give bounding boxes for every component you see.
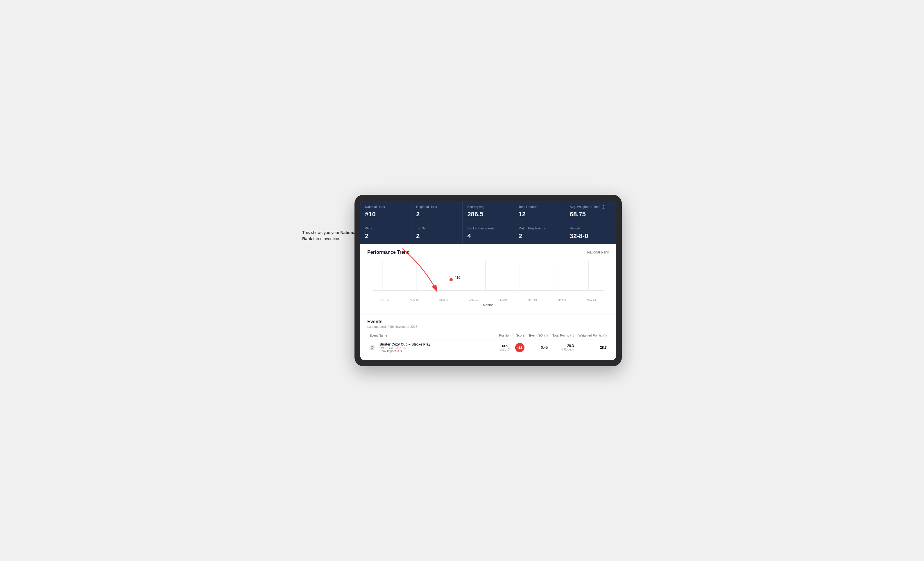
event-total-points-cell: 28.3 3 Rounds [550, 339, 576, 356]
event-name-block: Buster Cozy Cup – Stroke Play Oct 9 - Oc… [380, 343, 430, 353]
stat-national-rank: National Rank #10 [360, 200, 411, 222]
event-sg-info-icon: i [544, 334, 548, 337]
chart-svg: #10 [367, 260, 609, 297]
stat-total-rounds: Total Rounds 12 [514, 200, 565, 222]
stat-regional-rank: Regional Rank 2 [411, 200, 462, 222]
chart-x-labels: OCT 23 NOV 23 DEC 23 JAN 24 FEB 24 MAR 2… [367, 299, 609, 301]
chart-dot [450, 278, 453, 281]
stat-national-rank-label: National Rank [365, 205, 406, 209]
events-table-body: 🏌️ Buster Cozy Cup – Stroke Play Oct 9 -… [367, 339, 609, 356]
performance-header: Performance Trend National Rank [367, 250, 609, 255]
events-section: Events Last updated: 24th November 2023 … [360, 314, 616, 361]
stat-total-rounds-value: 12 [519, 211, 560, 218]
chart-dot-label: #10 [454, 275, 460, 280]
event-total-points: 28.3 [552, 344, 574, 348]
stat-scoring-avg: Scoring Avg. 286.5 [463, 200, 513, 222]
x-label-may24: MAY 24 [577, 299, 606, 301]
events-table-header: Event Name Position Score Event SG i Tot… [367, 332, 609, 340]
stat-match-play-events: Match Play Events 2 [514, 222, 565, 244]
x-label-apr24: APR 24 [547, 299, 577, 301]
stat-avg-weighted-value: 68.75 [570, 211, 611, 218]
stat-national-rank-value: #10 [365, 211, 406, 218]
event-rank-impact: Rank Impact: 3 ▼ [380, 350, 430, 353]
x-label-jan24: JAN 24 [459, 299, 489, 301]
events-table: Event Name Position Score Event SG i Tot… [367, 332, 609, 356]
event-date: Oct 9 - Oct 10, 2023 [380, 346, 430, 350]
event-name: Buster Cozy Cup – Stroke Play [380, 343, 430, 346]
event-score-cell: -22 [513, 339, 527, 356]
stat-stroke-play-value: 4 [467, 232, 509, 240]
event-weighted-points: 28.3 [600, 346, 607, 350]
stat-avg-weighted-points: Avg. Weighted Points i 68.75 [565, 200, 616, 222]
stat-regional-rank-label: Regional Rank [416, 205, 458, 209]
event-score-badge: -22 [515, 343, 525, 352]
stat-scoring-avg-value: 286.5 [467, 211, 509, 218]
stat-record-value: 32-8-0 [570, 232, 611, 240]
stat-top3s-label: Top 3s [416, 226, 458, 230]
col-total-points: Total Points i [550, 332, 576, 340]
events-last-updated: Last updated: 24th November 2023 [367, 325, 609, 328]
table-row: 🏌️ Buster Cozy Cup – Stroke Play Oct 9 -… [367, 339, 609, 356]
weighted-points-info-icon: i [603, 334, 607, 337]
stats-row-1: National Rank #10 Regional Rank 2 Scorin… [360, 200, 616, 222]
events-title: Events [367, 319, 609, 325]
col-score: Score [513, 332, 527, 340]
tablet-screen: National Rank #10 Regional Rank 2 Scorin… [360, 200, 616, 361]
stat-scoring-avg-label: Scoring Avg. [467, 205, 509, 209]
stat-regional-rank-value: 2 [416, 211, 458, 218]
event-total-rounds: 3 Rounds [552, 348, 574, 351]
stat-total-rounds-label: Total Rounds [519, 205, 560, 209]
stat-record-label: Record [570, 226, 611, 230]
event-position-sub: out of 7 [499, 348, 510, 352]
stat-avg-weighted-label: Avg. Weighted Points i [570, 205, 611, 209]
event-name-cell: 🏌️ Buster Cozy Cup – Stroke Play Oct 9 -… [367, 339, 497, 356]
stat-match-play-label: Match Play Events [519, 226, 560, 230]
event-type-icon: 🏌️ [370, 345, 375, 350]
annotation-text: This shows you your National Rank trend … [302, 230, 357, 241]
x-label-nov23: NOV 23 [400, 299, 429, 301]
stat-top3s: Top 3s 2 [411, 222, 462, 244]
performance-section: Performance Trend National Rank [360, 244, 616, 314]
performance-subtitle: National Rank [587, 250, 609, 254]
event-position-cell: 6th out of 7 [497, 339, 513, 356]
performance-title: Performance Trend [367, 250, 410, 255]
stat-wins-label: Wins [365, 226, 406, 230]
col-weighted-points: Weighted Points i [576, 332, 609, 340]
col-position: Position [497, 332, 513, 340]
x-label-mar24: MAR 24 [518, 299, 548, 301]
stat-top3s-value: 2 [416, 232, 458, 240]
x-label-oct23: OCT 23 [370, 299, 400, 301]
total-points-info-icon: i [570, 334, 574, 337]
event-position: 6th [499, 344, 510, 348]
x-label-feb24: FEB 24 [488, 299, 518, 301]
event-sg-cell: 0.45 [527, 339, 550, 356]
avg-weighted-info-icon: i [602, 205, 605, 209]
stat-stroke-play-events: Stroke Play Events 4 [463, 222, 513, 244]
col-event-name: Event Name [367, 332, 497, 340]
annotation: This shows you your National Rank trend … [302, 230, 360, 242]
tablet: National Rank #10 Regional Rank 2 Scorin… [354, 195, 622, 366]
col-event-sg: Event SG i [527, 332, 550, 340]
stat-record: Record 32-8-0 [565, 222, 616, 244]
chart-x-axis-title: Months [367, 303, 609, 307]
rank-impact-value: 3 ▼ [398, 350, 403, 353]
stat-stroke-play-label: Stroke Play Events [467, 226, 509, 230]
stat-wins: Wins 2 [360, 222, 411, 244]
annotation-bold: National Rank [302, 230, 357, 241]
x-label-dec23: DEC 23 [429, 299, 459, 301]
scene: This shows you your National Rank trend … [302, 195, 622, 366]
performance-chart: #10 [367, 260, 609, 297]
stat-match-play-value: 2 [519, 232, 560, 240]
stats-row-2: Wins 2 Top 3s 2 Stroke Play Events 4 Mat… [360, 222, 616, 244]
stat-wins-value: 2 [365, 232, 406, 240]
event-weighted-points-cell: 28.3 [576, 339, 609, 356]
